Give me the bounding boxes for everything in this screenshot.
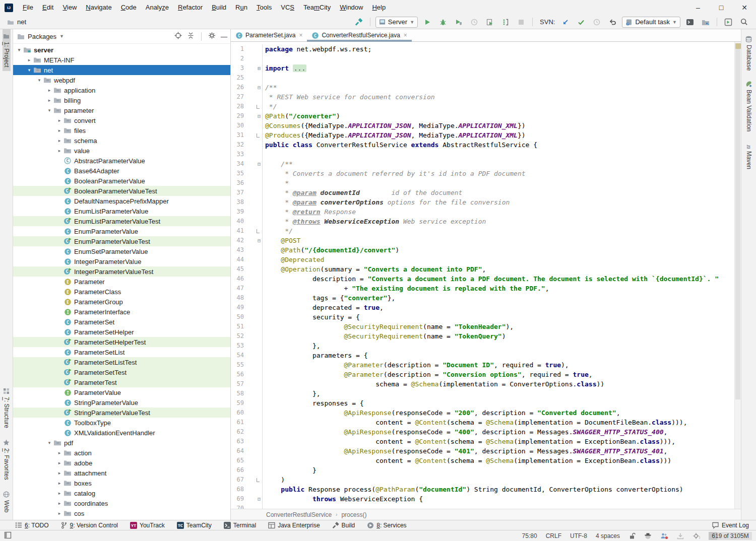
view-mode-select[interactable]: Packages ▼ (17, 33, 64, 40)
menu-tools[interactable]: Tools (252, 0, 276, 15)
tree-item-enumlistparametervaluetest[interactable]: CEnumListParameterValueTest (13, 216, 230, 226)
tree-item-parametersethelpertest[interactable]: CParameterSetHelperTest (13, 337, 230, 347)
tree-item-stringparametervaluetest[interactable]: CStringParameterValueTest (13, 408, 230, 418)
run-anything-icon[interactable] (722, 17, 734, 28)
menu-navigate[interactable]: Navigate (81, 0, 116, 15)
chevron-down-icon[interactable]: ▾ (45, 440, 53, 445)
tool-stripe-favorites[interactable]: 2: Favorites (3, 436, 11, 484)
chevron-right-icon[interactable]: ▸ (45, 88, 53, 93)
tree-item-convert[interactable]: ▸convert (13, 115, 230, 125)
editor-area[interactable]: CParameterSet.java×CConverterRestfulServ… (231, 29, 741, 520)
tab-converterrestfulservice.java[interactable]: CConverterRestfulService.java× (307, 29, 411, 41)
chevron-right-icon[interactable]: ▸ (55, 450, 64, 455)
incognito-icon[interactable] (644, 532, 652, 539)
build-hammer-icon[interactable] (353, 17, 365, 28)
project-structure-icon[interactable] (700, 17, 712, 28)
toolwindow-teamcity[interactable]: TCTeamCity (177, 522, 212, 529)
menu-refactor[interactable]: Refactor (173, 0, 207, 15)
vcs-commit-icon[interactable] (575, 17, 587, 28)
debug-icon[interactable] (437, 17, 449, 28)
tree-item-toolboxtype[interactable]: CToolboxType (13, 418, 230, 428)
tree-item-parametersetlist[interactable]: CParameterSetList (13, 347, 230, 357)
tree-item-parametersethelper[interactable]: CParameterSetHelper (13, 327, 230, 337)
toggle-toolwindows-icon[interactable] (4, 531, 12, 540)
vcs-rollback-icon[interactable] (606, 17, 618, 28)
tool-stripe-database[interactable]: Database (745, 32, 753, 74)
tree-item-xmlvalidationeventhandler[interactable]: CXMLValidationEventHandler (13, 428, 230, 438)
menu-build[interactable]: Build (207, 0, 231, 15)
tree-item-booleanparametervalue[interactable]: CBooleanParameterValue (13, 176, 230, 186)
tree-item-adobe[interactable]: ▸adobe (13, 458, 230, 468)
chevron-right-icon[interactable]: ▸ (55, 511, 64, 516)
task-select[interactable]: ? Default task ▼ (622, 17, 680, 28)
vcs-update-icon[interactable] (559, 17, 572, 28)
hide-panel-icon[interactable]: — (221, 33, 227, 40)
close-icon[interactable]: × (404, 32, 407, 39)
fold-marker-icon[interactable]: ⊟ (244, 236, 262, 245)
locate-icon[interactable] (174, 32, 182, 41)
fold-marker-icon[interactable]: ⊟ (244, 111, 262, 121)
tree-item-enumparametervalue[interactable]: CEnumParameterValue (13, 226, 230, 236)
tree-item-parameterinterface[interactable]: IParameterInterface (13, 307, 230, 317)
settings-sync-icon[interactable]: ? (692, 532, 700, 539)
tree-item-parameterset[interactable]: CParameterSet (13, 317, 230, 327)
tool-stripe-maven[interactable]: mMaven (745, 139, 753, 173)
close-button[interactable]: ✕ (733, 0, 756, 15)
menu-teamcity[interactable]: TeamCity (299, 0, 335, 15)
tree-item-value[interactable]: ▸value (13, 146, 230, 156)
fold-marker-icon[interactable] (244, 475, 262, 485)
toolwindow-vcs[interactable]: 9: Version Control (61, 522, 118, 529)
breadcrumb-process[interactable]: process() (341, 511, 366, 518)
tree-item-catalog[interactable]: ▸catalog (13, 488, 230, 498)
tool-stripe-web[interactable]: Web (3, 488, 11, 516)
tree-item-integerparametervalue[interactable]: CIntegerParameterValue (13, 256, 230, 266)
tool-stripe-beanvalidation[interactable]: Bean Validation (745, 77, 753, 135)
chevron-down-icon[interactable]: ▾ (15, 47, 23, 52)
tree-item-webpdf[interactable]: ▾webpdf (13, 75, 230, 85)
profiler-icon[interactable] (468, 17, 480, 28)
project-tree[interactable]: ▾server▸META-INF▾net▾webpdf▸application▸… (13, 44, 230, 520)
tree-item-parametergroup[interactable]: EParameterGroup (13, 297, 230, 307)
search-everywhere-icon[interactable] (738, 17, 750, 28)
editor-scrollbar[interactable] (734, 42, 741, 509)
run-coverage-icon[interactable] (453, 17, 465, 28)
menu-code[interactable]: Code (116, 0, 141, 15)
breadcrumb-converterrestfulservice[interactable]: ConverterRestfulService (266, 511, 332, 518)
tree-item-booleanparametervaluetest[interactable]: CBooleanParameterValueTest (13, 186, 230, 196)
tree-item-application[interactable]: ▸application (13, 85, 230, 95)
scrollbar-thumb[interactable] (735, 44, 740, 399)
menu-edit[interactable]: Edit (38, 0, 58, 15)
chevron-right-icon[interactable]: ▸ (55, 118, 64, 123)
tree-item-parametervalue[interactable]: IParameterValue (13, 387, 230, 397)
fold-marker-icon[interactable]: ⊟ (244, 494, 262, 504)
toolwindow-youtrack[interactable]: YTYouTrack (130, 522, 165, 529)
tree-item-cos[interactable]: ▸cos (13, 508, 230, 518)
toolwindow-terminal[interactable]: Terminal (224, 522, 256, 529)
cursor-position[interactable]: 75:80 (522, 532, 537, 539)
fold-marker-icon[interactable]: ⊟ (244, 159, 262, 169)
menu-help[interactable]: Help (367, 0, 390, 15)
tree-item-net[interactable]: ▾net (13, 65, 230, 75)
tree-item-parameter[interactable]: EParameter (13, 277, 230, 287)
fold-marker-icon[interactable] (244, 226, 262, 236)
chevron-right-icon[interactable]: ▸ (55, 128, 64, 133)
minimize-button[interactable]: – (686, 0, 710, 15)
chevron-right-icon[interactable]: ▸ (55, 148, 64, 153)
breadcrumb-net[interactable]: net (17, 18, 26, 26)
tree-item-base64adapter[interactable]: CBase64Adapter (13, 166, 230, 176)
fold-marker-icon[interactable] (244, 102, 262, 111)
menu-window[interactable]: Window (335, 0, 367, 15)
download-icon[interactable] (677, 532, 684, 539)
tool-stripe-structure[interactable]: 7: Structure (3, 384, 11, 432)
tree-item-parameter[interactable]: ▾parameter (13, 105, 230, 115)
update-application-icon[interactable] (484, 17, 496, 28)
toolwindow-todo[interactable]: 6: TODO (15, 522, 49, 529)
tree-item-boxes[interactable]: ▸boxes (13, 478, 230, 488)
tree-item-attachment[interactable]: ▸attachment (13, 468, 230, 478)
tree-item-pdf[interactable]: ▾pdf (13, 438, 230, 448)
toolwindow-eventlog[interactable]: Event Log (712, 522, 749, 529)
tree-item-coordinates[interactable]: ▸coordinates (13, 498, 230, 508)
close-icon[interactable]: × (299, 32, 302, 39)
tab-parameterset.java[interactable]: CParameterSet.java× (231, 29, 307, 41)
chevron-down-icon[interactable]: ▾ (25, 67, 33, 73)
